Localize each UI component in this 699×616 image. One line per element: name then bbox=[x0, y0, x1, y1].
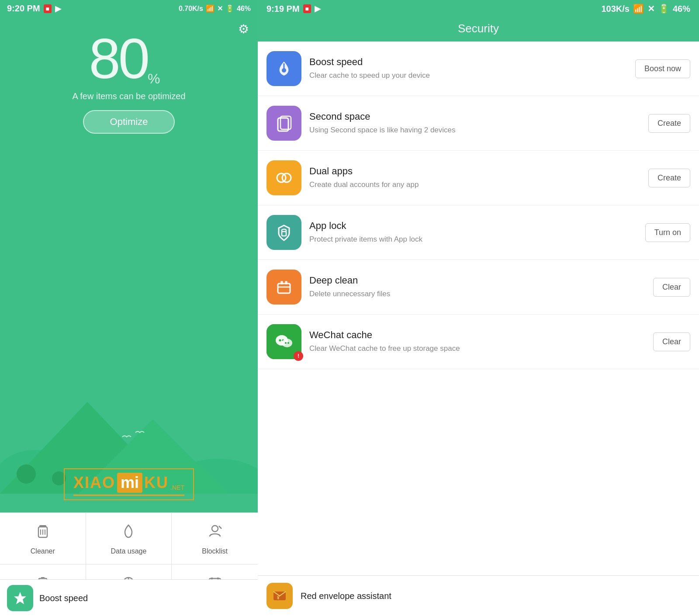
dual-apps-desc: Create dual accounts for any app bbox=[309, 180, 640, 190]
battery-pct-left: 46% bbox=[237, 5, 251, 13]
security-list: Boost speed Clear cache to speed up your… bbox=[258, 42, 699, 575]
score-subtitle: A few items can be optimized bbox=[72, 91, 185, 101]
score-container: 80 % A few items can be optimized Optimi… bbox=[0, 30, 258, 134]
security-item-dual-apps: Dual apps Create dual accounts for any a… bbox=[258, 151, 699, 205]
red-icon-left: ■ bbox=[44, 4, 52, 13]
app-lock-desc: Protect private items with App lock bbox=[309, 234, 637, 245]
dual-apps-icon bbox=[266, 160, 301, 195]
score-percent: % bbox=[148, 71, 160, 87]
time-left: 9:20 PM bbox=[7, 3, 40, 14]
cleaner-icon bbox=[35, 523, 51, 543]
app-lock-turn-on-button[interactable]: Turn on bbox=[645, 223, 690, 242]
wechat-cache-title: WeChat cache bbox=[309, 329, 645, 341]
battery-icon-right: 🔋 bbox=[658, 3, 669, 14]
security-item-deep-clean: Deep clean Delete unnecessary files Clea… bbox=[258, 260, 699, 315]
network-speed-left: 0.70K/s bbox=[179, 5, 203, 13]
left-panel: 9:20 PM ■ ▶ 0.70K/s 📶 ✕ 🔋 46% ⚙ 80 % A f… bbox=[0, 0, 258, 616]
wechat-clear-button[interactable]: Clear bbox=[653, 332, 690, 351]
signal-icon-left: ✕ bbox=[217, 4, 223, 13]
boost-icon-left bbox=[7, 585, 33, 611]
svg-point-11 bbox=[212, 526, 218, 532]
status-left-info: 9:20 PM ■ ▶ bbox=[7, 3, 61, 14]
svg-rect-28 bbox=[282, 232, 286, 236]
play-icon-left: ▶ bbox=[55, 4, 61, 14]
boost-speed-label-left: Boost speed bbox=[39, 593, 88, 603]
optimize-button[interactable]: Optimize bbox=[83, 110, 175, 134]
svg-rect-32 bbox=[285, 281, 287, 284]
svg-line-12 bbox=[219, 526, 221, 529]
security-title: Security bbox=[258, 17, 699, 42]
wifi-icon-right: 📶 bbox=[633, 3, 644, 14]
security-item-wechat-cache: ! WeChat cache Clear WeChat cache to fre… bbox=[258, 315, 699, 369]
bottom-boost-bar-left: Boost speed bbox=[0, 579, 258, 616]
svg-point-27 bbox=[282, 173, 291, 182]
blocklist-icon bbox=[207, 523, 223, 543]
settings-icon[interactable]: ⚙ bbox=[238, 22, 249, 36]
dual-apps-text: Dual apps Create dual accounts for any a… bbox=[309, 166, 640, 190]
grid-item-cleaner[interactable]: Cleaner bbox=[0, 513, 86, 564]
svg-point-4 bbox=[17, 464, 36, 484]
deep-clean-desc: Delete unnecessary files bbox=[309, 289, 645, 299]
bottom-bar-right: ¥ Red envelope assistant bbox=[258, 575, 699, 616]
grid-item-blocklist[interactable]: Blocklist bbox=[172, 513, 258, 564]
right-panel: 9:19 PM ■ ▶ 103K/s 📶 ✕ 🔋 46% Security Bo… bbox=[258, 0, 699, 616]
wechat-cache-text: WeChat cache Clear WeChat cache to free … bbox=[309, 329, 645, 354]
svg-point-34 bbox=[279, 339, 281, 342]
status-right-left: 9:19 PM ■ ▶ bbox=[266, 4, 321, 14]
deep-clean-title: Deep clean bbox=[309, 275, 645, 286]
boost-speed-icon bbox=[266, 51, 301, 86]
boost-speed-desc: Clear cache to speed up your device bbox=[309, 70, 627, 81]
battery-pct-right: 46% bbox=[673, 4, 690, 14]
app-lock-icon bbox=[266, 215, 301, 250]
svg-point-37 bbox=[285, 342, 287, 344]
signal-icon-right: ✕ bbox=[647, 3, 655, 14]
svg-rect-31 bbox=[280, 281, 283, 284]
dual-apps-create-button[interactable]: Create bbox=[648, 169, 690, 187]
svg-text:¥: ¥ bbox=[277, 595, 280, 600]
svg-rect-29 bbox=[278, 284, 290, 293]
boost-now-button[interactable]: Boost now bbox=[635, 59, 690, 78]
deep-clean-icon bbox=[266, 270, 301, 305]
boost-speed-text: Boost speed Clear cache to speed up your… bbox=[309, 56, 627, 81]
red-envelope-label: Red envelope assistant bbox=[301, 591, 391, 601]
security-item-boost-speed: Boost speed Clear cache to speed up your… bbox=[258, 42, 699, 96]
red-icon-right: ■ bbox=[303, 4, 311, 13]
svg-point-36 bbox=[282, 339, 292, 347]
wifi-icon-left: 📶 bbox=[206, 4, 215, 13]
second-space-text: Second space Using Second space is like … bbox=[309, 111, 640, 135]
data-usage-label: Data usage bbox=[111, 547, 147, 555]
deep-clean-text: Deep clean Delete unnecessary files bbox=[309, 275, 645, 299]
security-item-app-lock: App lock Protect private items with App … bbox=[258, 205, 699, 260]
status-bar-right: 9:19 PM ■ ▶ 103K/s 📶 ✕ 🔋 46% bbox=[258, 0, 699, 17]
blocklist-label: Blocklist bbox=[202, 547, 228, 555]
dual-apps-title: Dual apps bbox=[309, 166, 640, 177]
security-item-second-space: Second space Using Second space is like … bbox=[258, 96, 699, 151]
wechat-cache-desc: Clear WeChat cache to free up storage sp… bbox=[309, 343, 645, 354]
svg-rect-14 bbox=[41, 577, 45, 579]
second-space-icon bbox=[266, 106, 301, 141]
wm-xiao: XIAO bbox=[73, 474, 115, 492]
play-icon-right: ▶ bbox=[315, 4, 321, 14]
red-envelope-icon: ¥ bbox=[266, 583, 293, 609]
network-speed-right: 103K/s bbox=[601, 4, 630, 14]
app-lock-title: App lock bbox=[309, 220, 637, 232]
second-space-desc: Using Second space is like having 2 devi… bbox=[309, 125, 640, 135]
second-space-create-button[interactable]: Create bbox=[648, 114, 690, 133]
watermark: XIAO mi KU .NET bbox=[64, 468, 194, 500]
data-usage-icon bbox=[121, 523, 136, 543]
status-right-right: 103K/s 📶 ✕ 🔋 46% bbox=[601, 3, 690, 14]
score-number: 80 bbox=[89, 30, 148, 87]
status-right-info: 0.70K/s 📶 ✕ 🔋 46% bbox=[179, 4, 251, 13]
wm-mi: mi bbox=[117, 473, 142, 493]
boost-speed-title: Boost speed bbox=[309, 56, 627, 68]
svg-point-38 bbox=[287, 342, 289, 344]
app-lock-text: App lock Protect private items with App … bbox=[309, 220, 637, 245]
second-space-title: Second space bbox=[309, 111, 640, 122]
status-bar-left: 9:20 PM ■ ▶ 0.70K/s 📶 ✕ 🔋 46% bbox=[0, 0, 258, 17]
grid-item-data-usage[interactable]: Data usage bbox=[86, 513, 172, 564]
time-right: 9:19 PM bbox=[266, 4, 300, 14]
wechat-cache-icon: ! bbox=[266, 324, 301, 359]
cleaner-label: Cleaner bbox=[31, 547, 55, 555]
deep-clean-clear-button[interactable]: Clear bbox=[653, 278, 690, 297]
battery-icon-left: 🔋 bbox=[225, 4, 234, 13]
